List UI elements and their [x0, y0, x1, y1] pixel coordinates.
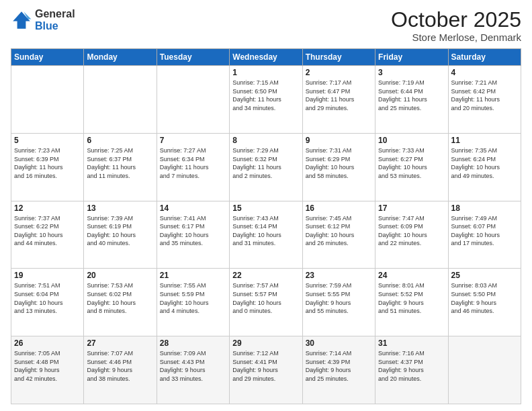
day-number: 14 [160, 203, 226, 213]
day-number: 20 [87, 271, 153, 280]
day-info: Sunrise: 7:37 AM Sunset: 6:22 PM Dayligh… [14, 214, 81, 248]
calendar-cell-2-0: 12Sunrise: 7:37 AM Sunset: 6:22 PM Dayli… [11, 201, 84, 269]
day-number: 8 [232, 136, 299, 145]
logo-icon [11, 9, 32, 31]
logo-blue: Blue [35, 20, 75, 32]
calendar-cell-2-4: 16Sunrise: 7:45 AM Sunset: 6:12 PM Dayli… [302, 201, 375, 269]
weekday-header-row: Sunday Monday Tuesday Wednesday Thursday… [11, 49, 521, 66]
day-number: 31 [378, 338, 445, 348]
day-number: 1 [232, 68, 299, 77]
calendar-cell-3-1: 20Sunrise: 7:53 AM Sunset: 6:02 PM Dayli… [84, 269, 157, 336]
calendar-cell-2-3: 15Sunrise: 7:43 AM Sunset: 6:14 PM Dayli… [230, 201, 302, 269]
day-info: Sunrise: 7:23 AM Sunset: 6:39 PM Dayligh… [14, 146, 81, 180]
calendar-cell-0-6: 4Sunrise: 7:21 AM Sunset: 6:42 PM Daylig… [448, 66, 521, 134]
calendar-cell-3-4: 23Sunrise: 7:59 AM Sunset: 5:55 PM Dayli… [302, 269, 375, 336]
day-number: 23 [306, 271, 372, 280]
header: General Blue October 2025 Store Merlose,… [11, 8, 521, 43]
day-number: 22 [232, 271, 299, 280]
day-info: Sunrise: 7:29 AM Sunset: 6:32 PM Dayligh… [232, 146, 299, 180]
calendar-cell-0-2 [157, 66, 229, 134]
calendar-cell-0-5: 3Sunrise: 7:19 AM Sunset: 6:44 PM Daylig… [375, 66, 448, 134]
day-number: 29 [232, 338, 299, 348]
calendar-cell-4-6 [448, 336, 521, 404]
calendar-cell-2-2: 14Sunrise: 7:41 AM Sunset: 6:17 PM Dayli… [157, 201, 229, 269]
calendar-cell-1-2: 7Sunrise: 7:27 AM Sunset: 6:34 PM Daylig… [157, 133, 229, 201]
day-info: Sunrise: 7:27 AM Sunset: 6:34 PM Dayligh… [160, 146, 226, 180]
day-info: Sunrise: 7:05 AM Sunset: 4:48 PM Dayligh… [14, 349, 81, 383]
title-location: Store Merlose, Denmark [391, 32, 521, 43]
day-number: 16 [306, 203, 372, 213]
day-info: Sunrise: 8:03 AM Sunset: 5:50 PM Dayligh… [451, 281, 518, 315]
day-info: Sunrise: 7:19 AM Sunset: 6:44 PM Dayligh… [378, 79, 445, 112]
header-wednesday: Wednesday [230, 49, 302, 66]
header-friday: Friday [375, 49, 448, 66]
calendar-week-4: 26Sunrise: 7:05 AM Sunset: 4:48 PM Dayli… [11, 336, 521, 404]
calendar-cell-4-5: 31Sunrise: 7:16 AM Sunset: 4:37 PM Dayli… [375, 336, 448, 404]
calendar-cell-3-5: 24Sunrise: 8:01 AM Sunset: 5:52 PM Dayli… [375, 269, 448, 336]
day-number: 12 [14, 203, 81, 213]
calendar-cell-3-3: 22Sunrise: 7:57 AM Sunset: 5:57 PM Dayli… [230, 269, 302, 336]
header-monday: Monday [84, 49, 157, 66]
calendar-week-2: 12Sunrise: 7:37 AM Sunset: 6:22 PM Dayli… [11, 201, 521, 269]
logo: General Blue [11, 8, 75, 32]
day-info: Sunrise: 7:14 AM Sunset: 4:39 PM Dayligh… [306, 349, 372, 383]
day-number: 18 [451, 203, 518, 213]
calendar-week-3: 19Sunrise: 7:51 AM Sunset: 6:04 PM Dayli… [11, 269, 521, 336]
day-number: 24 [378, 271, 445, 280]
calendar-cell-1-5: 10Sunrise: 7:33 AM Sunset: 6:27 PM Dayli… [375, 133, 448, 201]
day-info: Sunrise: 7:12 AM Sunset: 4:41 PM Dayligh… [232, 349, 299, 383]
calendar-cell-0-4: 2Sunrise: 7:17 AM Sunset: 6:47 PM Daylig… [302, 66, 375, 134]
calendar-cell-0-3: 1Sunrise: 7:15 AM Sunset: 6:50 PM Daylig… [230, 66, 302, 134]
day-info: Sunrise: 7:17 AM Sunset: 6:47 PM Dayligh… [306, 79, 372, 112]
day-number: 28 [160, 338, 226, 348]
day-number: 15 [232, 203, 299, 213]
calendar-cell-3-6: 25Sunrise: 8:03 AM Sunset: 5:50 PM Dayli… [448, 269, 521, 336]
day-number: 7 [160, 136, 226, 145]
day-number: 30 [306, 338, 372, 348]
day-number: 11 [451, 136, 518, 145]
day-number: 9 [306, 136, 372, 145]
calendar-cell-4-2: 28Sunrise: 7:09 AM Sunset: 4:43 PM Dayli… [157, 336, 229, 404]
calendar-cell-2-5: 17Sunrise: 7:47 AM Sunset: 6:09 PM Dayli… [375, 201, 448, 269]
day-info: Sunrise: 7:09 AM Sunset: 4:43 PM Dayligh… [160, 349, 226, 383]
day-number: 10 [378, 136, 445, 145]
calendar-cell-1-4: 9Sunrise: 7:31 AM Sunset: 6:29 PM Daylig… [302, 133, 375, 201]
calendar-cell-4-3: 29Sunrise: 7:12 AM Sunset: 4:41 PM Dayli… [230, 336, 302, 404]
svg-marker-0 [13, 11, 30, 29]
calendar-cell-0-0 [11, 66, 84, 134]
calendar-cell-4-4: 30Sunrise: 7:14 AM Sunset: 4:39 PM Dayli… [302, 336, 375, 404]
day-info: Sunrise: 7:43 AM Sunset: 6:14 PM Dayligh… [232, 214, 299, 248]
logo-general: General [35, 8, 75, 20]
title-block: October 2025 Store Merlose, Denmark [391, 8, 521, 43]
day-info: Sunrise: 7:49 AM Sunset: 6:07 PM Dayligh… [451, 214, 518, 248]
day-number: 25 [451, 271, 518, 280]
day-number: 3 [378, 68, 445, 77]
day-number: 19 [14, 271, 81, 280]
day-info: Sunrise: 8:01 AM Sunset: 5:52 PM Dayligh… [378, 281, 445, 315]
day-info: Sunrise: 7:15 AM Sunset: 6:50 PM Dayligh… [232, 79, 299, 112]
day-number: 27 [87, 338, 153, 348]
calendar-cell-4-1: 27Sunrise: 7:07 AM Sunset: 4:46 PM Dayli… [84, 336, 157, 404]
day-info: Sunrise: 7:35 AM Sunset: 6:24 PM Dayligh… [451, 146, 518, 180]
day-info: Sunrise: 7:55 AM Sunset: 5:59 PM Dayligh… [160, 281, 226, 315]
calendar-cell-1-3: 8Sunrise: 7:29 AM Sunset: 6:32 PM Daylig… [230, 133, 302, 201]
calendar-cell-3-2: 21Sunrise: 7:55 AM Sunset: 5:59 PM Dayli… [157, 269, 229, 336]
day-number: 26 [14, 338, 81, 348]
day-info: Sunrise: 7:33 AM Sunset: 6:27 PM Dayligh… [378, 146, 445, 180]
calendar-cell-0-1 [84, 66, 157, 134]
title-month: October 2025 [391, 8, 521, 32]
day-info: Sunrise: 7:39 AM Sunset: 6:19 PM Dayligh… [87, 214, 153, 248]
day-info: Sunrise: 7:53 AM Sunset: 6:02 PM Dayligh… [87, 281, 153, 315]
day-info: Sunrise: 7:31 AM Sunset: 6:29 PM Dayligh… [306, 146, 372, 180]
calendar-cell-3-0: 19Sunrise: 7:51 AM Sunset: 6:04 PM Dayli… [11, 269, 84, 336]
day-number: 6 [87, 136, 153, 145]
header-saturday: Saturday [448, 49, 521, 66]
day-info: Sunrise: 7:25 AM Sunset: 6:37 PM Dayligh… [87, 146, 153, 180]
day-number: 5 [14, 136, 81, 145]
calendar-week-0: 1Sunrise: 7:15 AM Sunset: 6:50 PM Daylig… [11, 66, 521, 134]
calendar-cell-2-6: 18Sunrise: 7:49 AM Sunset: 6:07 PM Dayli… [448, 201, 521, 269]
day-info: Sunrise: 7:45 AM Sunset: 6:12 PM Dayligh… [306, 214, 372, 248]
day-number: 2 [306, 68, 372, 77]
day-number: 17 [378, 203, 445, 213]
day-info: Sunrise: 7:21 AM Sunset: 6:42 PM Dayligh… [451, 79, 518, 112]
